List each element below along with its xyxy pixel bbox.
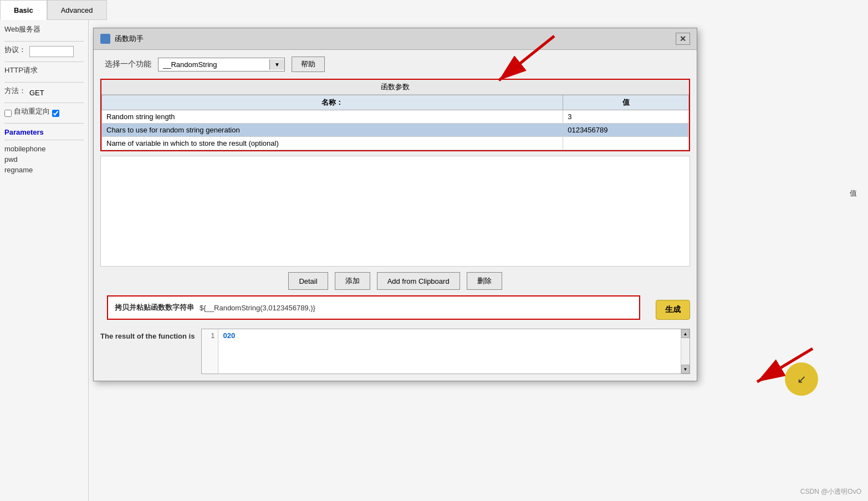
function-select-label: 选择一个功能 <box>105 59 151 69</box>
param-name-cell: Name of variable in which to store the r… <box>102 137 563 150</box>
line-number-1: 1 <box>205 331 215 340</box>
modal-title: 函数助手 <box>115 34 144 44</box>
scroll-up-button[interactable]: ▲ <box>681 329 690 338</box>
detail-button[interactable]: Detail <box>288 272 328 290</box>
generate-button[interactable]: 生成 <box>656 300 690 320</box>
params-section-title: 函数参数 <box>101 80 689 95</box>
scroll-track <box>681 338 690 365</box>
watermark: CSDN @小透明OvO <box>800 487 861 497</box>
method-row: 方法： GET <box>4 86 84 99</box>
param-name-cell: Chars to use for random string generatio… <box>102 124 563 137</box>
add-from-clipboard-button[interactable]: Add from Clipboard <box>377 272 460 290</box>
copypaste-row: 拷贝并粘贴函数数字符串 生成 <box>100 295 690 324</box>
params-name-header: 名称： <box>102 95 563 110</box>
protocol-row: 协议： <box>4 45 84 58</box>
delete-button[interactable]: 删除 <box>467 272 502 290</box>
http-request-label: HTTP请求 <box>4 65 38 75</box>
add-button[interactable]: 添加 <box>335 272 370 290</box>
empty-area <box>100 156 690 267</box>
modal-title-left: 函数助手 <box>100 34 144 44</box>
param-value-cell <box>563 137 689 150</box>
modal-titlebar: 函数助手 ✕ <box>94 28 697 50</box>
param-value-cell: 3 <box>563 110 689 124</box>
list-item: pwd <box>4 154 84 165</box>
function-selector-row: 选择一个功能 ▼ 帮助 <box>94 50 697 79</box>
param-value-cell: 0123456789 <box>563 124 689 137</box>
col-value-header: 值 <box>850 188 857 198</box>
modal-dialog: 函数助手 ✕ 选择一个功能 ▼ 帮助 函数参数 名称： 值 Random str… <box>93 28 697 381</box>
function-dropdown-button[interactable]: ▼ <box>269 59 284 70</box>
tab-basic[interactable]: Basic <box>0 0 47 20</box>
auto-redirect-row: 自动重定向 <box>4 106 84 120</box>
left-panel: Web服务器 协议： HTTP请求 方法： GET 自动重定向 Paramete… <box>0 20 89 501</box>
method-label: 方法： <box>4 86 26 96</box>
params-table: 名称： 值 Random string length 3 Chars to us… <box>101 95 689 150</box>
params-section-label: Parameters <box>4 128 84 136</box>
params-item-list: mobilephone pwd regname <box>4 144 84 175</box>
tab-basic-label: Basic <box>14 6 33 14</box>
modal-icon <box>100 34 110 44</box>
list-item: mobilephone <box>4 144 84 154</box>
params-value-header: 值 <box>563 95 689 110</box>
line-numbers: 1 <box>202 329 218 374</box>
function-select-input[interactable] <box>159 58 269 71</box>
tab-advanced-label: Advanced <box>61 6 93 14</box>
protocol-label: 协议： <box>4 45 26 55</box>
tab-advanced[interactable]: Advanced <box>47 0 107 20</box>
tab-bar: Basic Advanced <box>0 0 107 20</box>
copypaste-input[interactable] <box>200 301 632 314</box>
list-item: regname <box>4 165 84 175</box>
result-value: 020 <box>218 329 681 342</box>
result-scrollbar[interactable]: ▲ ▼ <box>681 329 690 374</box>
function-select-wrapper: ▼ <box>158 58 285 71</box>
table-row[interactable]: Random string length 3 <box>102 110 689 124</box>
result-content-area: 020 <box>218 329 681 374</box>
scroll-down-button[interactable]: ▼ <box>681 365 690 374</box>
params-section: 函数参数 名称： 值 Random string length 3 Chars … <box>100 79 690 151</box>
auto-redirect-checkbox[interactable] <box>4 110 12 117</box>
method-value: GET <box>29 89 44 97</box>
help-button[interactable]: 帮助 <box>292 57 325 72</box>
table-row[interactable]: Name of variable in which to store the r… <box>102 137 689 150</box>
web-server-label: Web服务器 <box>4 24 41 34</box>
param-name-cell: Random string length <box>102 110 563 124</box>
http-request-row: HTTP请求 <box>4 65 84 79</box>
auto-redirect-checkbox2[interactable] <box>52 110 59 117</box>
result-textarea-wrapper: 1 020 ▲ ▼ <box>201 329 690 374</box>
action-buttons-row: Detail 添加 Add from Clipboard 删除 <box>94 267 697 295</box>
result-label: The result of the function is <box>100 329 195 340</box>
copypaste-label: 拷贝并粘贴函数数字符串 <box>115 303 194 313</box>
copypaste-section: 拷贝并粘贴函数数字符串 <box>107 295 640 320</box>
modal-close-button[interactable]: ✕ <box>676 33 690 45</box>
web-server-row: Web服务器 <box>4 24 84 38</box>
auto-redirect-label: 自动重定向 <box>14 106 50 116</box>
result-section: The result of the function is 1 020 ▲ ▼ <box>100 329 690 374</box>
protocol-input[interactable] <box>29 46 74 57</box>
table-row[interactable]: Chars to use for random string generatio… <box>102 124 689 137</box>
